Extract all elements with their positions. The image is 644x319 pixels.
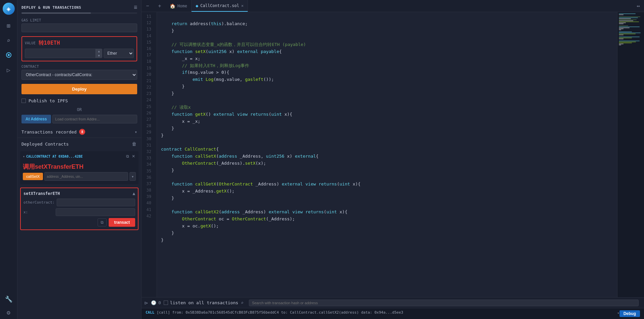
callsetx-button[interactable]: callSetX xyxy=(23,173,43,180)
terminal-bar: ⊳ 🕐 0 listen on all transactions ⌕ xyxy=(142,297,644,308)
at-address-button[interactable]: At Address xyxy=(21,115,51,123)
method-input[interactable] xyxy=(44,172,128,181)
unit-select[interactable]: Wei Gwei Finney Ether xyxy=(104,49,134,58)
tab-home[interactable]: 🏠 Home xyxy=(166,0,192,12)
menu-icon[interactable]: ☰ xyxy=(134,5,138,10)
deployed-bar-left: Deployed Contracts xyxy=(21,142,69,147)
value-stepper: ▲ ▼ xyxy=(96,49,102,58)
annotation-red: 调用setXTransferETH xyxy=(23,161,136,172)
left-panel: DEPLOY & RUN TRANSACTIONS ☰ GAS LIMIT 30… xyxy=(17,0,142,319)
contract-instance: ▾ CALLCONTRACT AT 0XDA0...42BE ⧉ ✕ 调用set… xyxy=(20,151,139,184)
chevron-down-terminal-icon: ▾ xyxy=(617,311,620,315)
sidebar: ◈ ⊞ ⌕ ▷ 🔧 ⚙ xyxy=(0,0,17,319)
at-address-row: At Address xyxy=(17,115,141,126)
search-icon[interactable]: ⌕ xyxy=(2,34,15,47)
listen-label: listen on all transactions xyxy=(170,300,238,305)
panel-header: DEPLOY & RUN TRANSACTIONS ☰ xyxy=(17,3,141,12)
app-logo: ◈ xyxy=(3,3,15,15)
settings-icon[interactable]: ⚙ xyxy=(2,306,15,319)
gas-limit-label: GAS LIMIT xyxy=(21,18,137,22)
deployed-contracts-bar: Deployed Contracts 🗑 xyxy=(17,138,141,150)
files-icon[interactable]: ⊞ xyxy=(2,19,15,32)
transfer-actions: ⧉ transact xyxy=(23,218,135,227)
or-divider: OR xyxy=(17,105,141,115)
publish-label: Publish to IPFS xyxy=(29,98,68,103)
value-number-input[interactable]: 10 xyxy=(25,49,96,58)
terminal-icons: 🕐 0 xyxy=(151,300,161,305)
debug-icon[interactable]: 🔧 xyxy=(2,292,15,306)
value-input-wrap: 10 ▲ ▼ xyxy=(25,49,102,58)
publish-checkbox[interactable] xyxy=(21,99,26,103)
param1-row: otherContract: 0x358AA13c52544ECC... xyxy=(23,199,135,206)
panel-title: DEPLOY & RUN TRANSACTIONS xyxy=(21,5,81,10)
svg-point-1 xyxy=(8,54,10,56)
terminal-log: CALL [call] from: 0x5B38Da6a701c568545dC… xyxy=(142,308,644,319)
deployed-label: Deployed Contracts xyxy=(21,142,69,147)
plugin-icon[interactable] xyxy=(2,48,15,62)
value-decrement-btn[interactable]: ▼ xyxy=(96,53,102,58)
search-terminal-input[interactable] xyxy=(249,300,639,306)
sol-tab-icon: ◆ xyxy=(196,3,198,8)
method-row: callSetX ▾ xyxy=(23,172,136,181)
home-tab-icon: 🏠 xyxy=(170,3,175,9)
expand-terminal-button[interactable]: ⊳ xyxy=(144,300,148,306)
deploy-icon[interactable]: ▷ xyxy=(2,63,15,76)
value-increment-btn[interactable]: ▲ xyxy=(96,49,102,53)
sol-tab-label: CallContract.sol xyxy=(200,3,239,8)
home-tab-label: Home xyxy=(177,4,187,8)
param1-input[interactable]: 0x358AA13c52544ECC... xyxy=(57,199,135,206)
chevron-down-icon: ▾ xyxy=(23,155,25,158)
listen-checkbox[interactable] xyxy=(164,301,168,305)
transactions-label: Transactions recorded xyxy=(21,129,76,135)
contract-select[interactable]: OtherContract - contracts/CallContra: xyxy=(21,70,137,80)
line-numbers: 11 12 13 14 15 16 17 18 19 20 21 22 23 2… xyxy=(142,12,157,297)
minimap xyxy=(617,12,644,297)
contract-label: CONTRACT xyxy=(21,65,137,68)
collapse-icon: ▲ xyxy=(132,191,135,196)
transactions-bar-left: Transactions recorded 8 xyxy=(21,129,85,135)
zoom-out-button[interactable]: − xyxy=(142,0,154,12)
contract-instance-actions: ⧉ ✕ xyxy=(125,153,136,159)
transactions-chevron-icon: ▾ xyxy=(135,129,137,135)
tab-bar: − + 🏠 Home ◆ CallContract.sol ✕ ↔ xyxy=(142,0,644,12)
clock-icon: 🕐 xyxy=(151,300,156,305)
transfer-eth-header: setXTransferETH ▲ xyxy=(23,191,135,196)
gas-limit-input[interactable]: 3000000 xyxy=(21,23,137,32)
transactions-badge: 8 xyxy=(79,129,85,135)
call-tag: CALL xyxy=(146,310,155,315)
method-chevron-icon[interactable]: ▾ xyxy=(129,172,136,181)
editor-area: − + 🏠 Home ◆ CallContract.sol ✕ ↔ 11 12 … xyxy=(142,0,644,319)
transactions-bar[interactable]: Transactions recorded 8 ▾ xyxy=(17,126,141,138)
param2-label: x: xyxy=(23,210,54,214)
copy-params-button[interactable]: ⧉ xyxy=(98,218,107,226)
count-label: 0 xyxy=(158,300,161,305)
tab-close-button[interactable]: ✕ xyxy=(241,3,244,8)
code-area[interactable]: 11 12 13 14 15 16 17 18 19 20 21 22 23 2… xyxy=(142,12,617,297)
publish-row: Publish to IPFS xyxy=(17,97,141,105)
pin-button[interactable]: ↔ xyxy=(633,3,644,9)
gas-limit-section: GAS LIMIT 3000000 xyxy=(17,16,141,34)
param2-input[interactable]: 456 xyxy=(56,208,135,216)
remove-instance-button[interactable]: ✕ xyxy=(131,153,136,159)
tab-callcontract[interactable]: ◆ CallContract.sol ✕ xyxy=(192,0,248,12)
value-section: VALUE 转10ETH 10 ▲ ▼ Wei Gwei Finney Ethe… xyxy=(21,36,137,61)
value-annotation: 转10ETH xyxy=(39,40,60,47)
transfer-eth-box: setXTransferETH ▲ otherContract: 0x358AA… xyxy=(20,188,139,230)
deploy-button[interactable]: Deploy xyxy=(21,84,137,94)
value-label: VALUE xyxy=(25,41,36,45)
zoom-in-button[interactable]: + xyxy=(154,0,166,12)
param2-row: x: 456 xyxy=(23,208,135,216)
param1-label: otherContract: xyxy=(23,200,55,205)
load-contract-input[interactable] xyxy=(52,115,137,123)
search-terminal-icon: ⌕ xyxy=(241,300,244,305)
transfer-eth-title: setXTransferETH xyxy=(23,191,60,196)
debug-button[interactable]: Debug xyxy=(620,310,640,317)
listen-row: listen on all transactions xyxy=(164,300,238,305)
code-content: return address(this).balance; } // 可以调整状… xyxy=(157,12,617,297)
log-text: [call] from: 0x5B38Da6a701c568545dCfcB03… xyxy=(157,310,403,315)
transact-button[interactable]: transact xyxy=(109,218,135,227)
copy-address-button[interactable]: ⧉ xyxy=(125,153,130,159)
contract-instance-label: CALLCONTRACT AT 0XDA0...42BE xyxy=(26,155,83,158)
delete-deployed-button[interactable]: 🗑 xyxy=(131,141,137,147)
contract-instance-header: ▾ CALLCONTRACT AT 0XDA0...42BE ⧉ ✕ xyxy=(23,153,136,159)
